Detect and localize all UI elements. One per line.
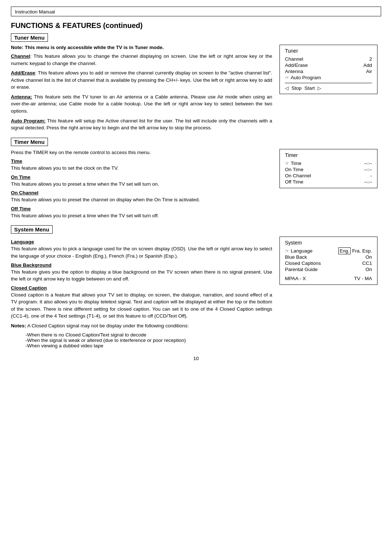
notes-para: Notes: A Closed Caption signal may not b… xyxy=(11,322,272,330)
lang-eng-box: Eng. xyxy=(338,247,351,254)
notes-item-1: -When there is no Closed Caption/Text si… xyxy=(25,332,272,338)
channel-label: Channel xyxy=(11,53,30,59)
system-mpaa-value: TV - MA xyxy=(354,276,372,281)
system-menu-row-mpaa: MPAA - X TV - MA xyxy=(285,275,372,282)
timer-offtime-value: --:-- xyxy=(364,179,372,185)
system-blueback-label: Blue Back xyxy=(285,254,307,260)
system-menu-box: System ☞ Language Eng. Fra. Esp. Blue Ba… xyxy=(279,237,377,285)
stop-label: Stop xyxy=(291,85,302,91)
tuner-right-col: Tuner Channel 2 Add/Erase Add Antenna Ai… xyxy=(279,45,381,134)
timer-right-col: Timer ☞ Time --:-- On Time --:-- On Chan… xyxy=(279,149,381,222)
notes-item-2: -When the signal is weak or altered (due… xyxy=(25,338,272,343)
tuner-menu-row-channel: Channel 2 xyxy=(285,56,372,62)
adderase-text: : This feature allows you to add or remo… xyxy=(11,70,272,90)
page-number: 10 xyxy=(11,356,381,361)
system-menu-rows: ☞ Language Eng. Fra. Esp. Blue Back On C… xyxy=(285,248,372,282)
system-mpaa-row: MPAA - X TV - MA xyxy=(285,275,372,282)
timer-heading: Timer Menu xyxy=(11,138,48,146)
timer-menu-row-time: ☞ Time --:-- xyxy=(285,160,372,166)
time-subheading: Time xyxy=(11,158,272,164)
system-left-col: Language This feature allows you to pick… xyxy=(11,237,279,348)
bluebg-subheading: Blue Background xyxy=(11,262,272,268)
system-heading: System Menu xyxy=(11,225,53,234)
system-right-col: System ☞ Language Eng. Fra. Esp. Blue Ba… xyxy=(279,237,381,348)
tuner-menu-row-autoprogram: ☞ Auto Program xyxy=(285,74,372,81)
timer-left-col: Press the TIMER key on the remote contro… xyxy=(11,149,279,222)
off-time-text: This feature allows you to preset a time… xyxy=(11,212,272,219)
timer-menu-box: Timer ☞ Time --:-- On Time --:-- On Chan… xyxy=(279,149,377,188)
finger-icon-system: ☞ xyxy=(285,248,289,254)
tuner-menu-title: Tuner xyxy=(285,48,372,54)
timer-time-value: --:-- xyxy=(364,161,372,166)
off-time-subheading: Off Time xyxy=(11,206,272,211)
language-text: This feature allows you to pick a langua… xyxy=(11,245,272,259)
on-time-text: This feature allows you to preset a time… xyxy=(11,181,272,188)
timer-ontime-value: --:-- xyxy=(364,167,372,172)
system-closedcaptions-label: Closed Captions xyxy=(285,261,321,266)
notes-item-3: -When viewing a dubbed video tape xyxy=(25,343,272,348)
closedcaption-subheading: Closed Caption xyxy=(11,285,272,291)
timer-content-area: Press the TIMER key on the remote contro… xyxy=(11,149,381,222)
system-closedcaptions-value: CC1 xyxy=(362,261,372,266)
system-section: System Menu Language This feature allows… xyxy=(11,225,381,348)
on-time-subheading: On Time xyxy=(11,174,272,180)
tuner-menu-box: Tuner Channel 2 Add/Erase Add Antenna Ai… xyxy=(279,45,377,94)
system-lang-value: Eng. Fra. Esp. xyxy=(338,248,372,254)
tuner-channel-para: Channel: This feature allows you to chan… xyxy=(11,53,272,67)
tuner-menu-row-adderase: Add/Erase Add xyxy=(285,62,372,68)
timer-ontime-label: On Time xyxy=(285,167,303,172)
timer-intro: Press the TIMER key on the remote contro… xyxy=(11,149,272,156)
adderase-label: Add/Erase xyxy=(11,70,35,76)
tuner-autoprogram-row-label-wrap: ☞ Auto Program xyxy=(285,75,321,80)
stop-start-row: ◁ Stop Start ▷ xyxy=(285,85,372,91)
tuner-antenna-row-label: Antenna xyxy=(285,69,303,74)
system-mpaa-label: MPAA - X xyxy=(285,276,306,281)
channel-text: : This feature allows you to change the … xyxy=(11,53,272,66)
timer-onchannel-value: - xyxy=(371,173,372,178)
finger-icon: ☞ xyxy=(285,75,289,80)
system-menu-row-blueback: Blue Back On xyxy=(285,254,372,260)
tuner-adderase-row-label: Add/Erase xyxy=(285,62,308,68)
time-text: This feature allows you to set the clock… xyxy=(11,165,272,172)
system-menu-title: System xyxy=(285,240,372,246)
antenna-label: Antenna: xyxy=(11,94,32,100)
notes-text: A Closed Caption signal may not be displ… xyxy=(26,323,189,328)
system-menu-row-language: ☞ Language Eng. Fra. Esp. xyxy=(285,248,372,254)
antenna-text: This feature sets the TV tuner to an Air… xyxy=(11,94,272,114)
left-arrow-icon[interactable]: ◁ xyxy=(285,85,289,91)
system-lang-label: Language xyxy=(291,248,313,254)
tuner-autoprogram-row-label: Auto Program xyxy=(291,75,321,80)
tuner-section: Tuner Menu Note: This menu is only acces… xyxy=(11,33,381,134)
on-channel-text: This feature allows you to preset the ch… xyxy=(11,196,272,203)
closedcaption-text: Closed caption is a feature that allows … xyxy=(11,291,272,320)
notes-list: -When there is no Closed Caption/Text si… xyxy=(25,332,272,348)
timer-menu-title: Timer xyxy=(285,152,372,158)
notes-label: Notes: xyxy=(11,323,26,328)
tuner-menu-divider xyxy=(285,83,372,83)
main-title: FUNCTIONS & FEATURES (continued) xyxy=(11,21,381,30)
tuner-autoprogram-para: Auto Program: This feature will setup th… xyxy=(11,117,272,132)
timer-time-label-wrap: ☞ Time xyxy=(285,161,302,166)
page-header-label: Instruction Manual xyxy=(15,9,55,15)
system-parentalguide-label: Parental Guide xyxy=(285,267,318,272)
language-subheading: Language xyxy=(11,239,272,245)
system-menu-row-closedcaptions: Closed Captions CC1 xyxy=(285,260,372,266)
tuner-note: Note: This menu is only accessible while… xyxy=(11,45,272,50)
system-parentalguide-value: On xyxy=(366,267,372,272)
timer-menu-row-onchannel: On Channel - xyxy=(285,173,372,179)
timer-section: Timer Menu Press the TIMER key on the re… xyxy=(11,138,381,222)
autoprogram-text: This feature will setup the Active chann… xyxy=(11,118,272,131)
finger-icon-timer: ☞ xyxy=(285,161,289,166)
on-channel-subheading: On Channel xyxy=(11,190,272,195)
timer-offtime-label: Off Time xyxy=(285,179,303,185)
tuner-channel-row-value: 2 xyxy=(369,56,372,62)
right-arrow-icon[interactable]: ▷ xyxy=(318,85,321,91)
system-lang-label-wrap: ☞ Language xyxy=(285,248,313,254)
tuner-menu-row-antenna: Antenna Air xyxy=(285,68,372,74)
timer-menu-row-ontime: On Time --:-- xyxy=(285,166,372,173)
tuner-adderase-row-value: Add xyxy=(363,62,372,68)
timer-menu-row-offtime: Off Time --:-- xyxy=(285,179,372,185)
timer-onchannel-label: On Channel xyxy=(285,173,311,178)
system-content-area: Language This feature allows you to pick… xyxy=(11,237,381,348)
page-header-box: Instruction Manual xyxy=(11,7,381,16)
